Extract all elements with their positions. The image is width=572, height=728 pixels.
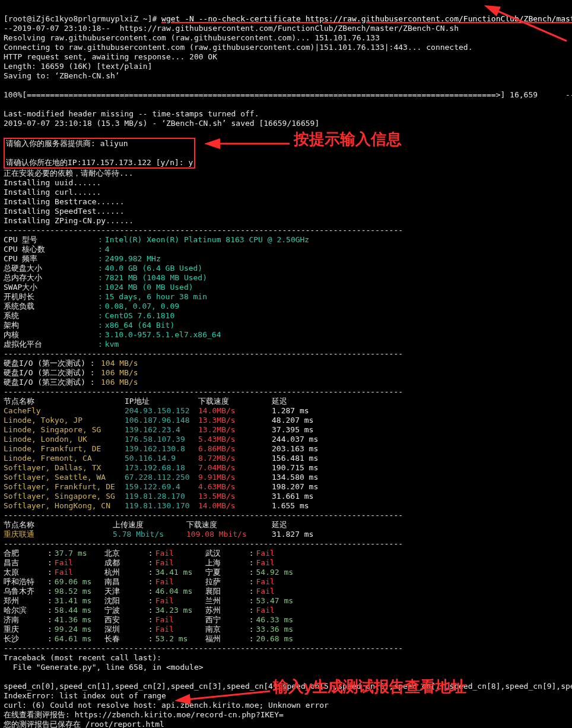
cn-speed-table: 节点名称上传速度下载速度延迟重庆联通5.78 Mbit/s109.08 Mbit… (4, 520, 568, 539)
ping-val: Fail (55, 568, 104, 577)
ping-val: Fail (256, 549, 306, 558)
sys-key: 开机时长 (4, 292, 98, 302)
sys-val: Intel(R) Xeon(R) Platinum 8163 CPU @ 2.5… (105, 235, 312, 245)
sys-val: 0.08, 0.07, 0.09 (105, 302, 312, 311)
io-key: 硬盘I/O (第一次测试) : (4, 359, 101, 368)
node-dl: 5.43MB/s (198, 435, 272, 444)
table-row: Softlayer, Frankfurt, DE159.122.69.44.63… (4, 482, 320, 492)
sys-val: CentOS 7.6.1810 (105, 311, 312, 321)
wget-l3: Connecting to raw.githubusercontent.com … (4, 43, 473, 52)
node-lat: 37.395 ms (272, 425, 320, 435)
node-name: Softlayer, HongKong, CN (4, 501, 125, 511)
node-ip: 139.162.23.4 (125, 425, 198, 435)
table-row: Linode, Singapore, SG139.162.23.413.2MB/… (4, 425, 320, 435)
io-table: 硬盘I/O (第一次测试) :104 MB/s硬盘I/O (第二次测试) :10… (4, 359, 568, 387)
node-dl: 7.04MB/s (198, 463, 272, 473)
sys-key: 虚拟化平台 (4, 340, 98, 349)
svg-line-2 (187, 691, 270, 699)
table-row: 呼和浩特:69.06 ms南昌:Fail拉萨:Fail (4, 577, 306, 587)
node-lat: 190.715 ms (272, 463, 320, 473)
sys-colon: : (98, 292, 105, 302)
ping-city: 沈阳 (104, 596, 148, 606)
sys-key: 系统负载 (4, 302, 98, 311)
sys-colon: : (98, 273, 105, 283)
wget-l7: Last-modified header missing -- time-sta… (4, 109, 259, 118)
i1: Installing uuid...... (4, 178, 101, 187)
table-row: 郑州:31.41 ms沈阳:Fail兰州:53.47 ms (4, 596, 306, 606)
sys-val: kvm (105, 340, 312, 349)
provider-a[interactable]: aliyun (100, 139, 128, 148)
arrow-top (492, 8, 570, 46)
table-row: Linode, Fremont, CA50.116.14.98.72MB/s15… (4, 454, 320, 463)
sys-key: SWAP大小 (4, 283, 98, 292)
node-name: Softlayer, Singapore, SG (4, 492, 125, 501)
node-dl: 13.5MB/s (198, 492, 272, 501)
input-box: 请输入你的服务器提供商: aliyun 请确认你所在地的IP:117.157.1… (4, 138, 195, 169)
node-name: Softlayer, Frankfurt, DE (4, 482, 125, 492)
ip-q: 请确认你所在地的IP:117.157.173.122 [y/n]: (6, 158, 189, 167)
wget-progress: 100%[===================================… (4, 90, 572, 99)
sys-colon: : (98, 302, 105, 311)
table-row: CPU 型号:Intel(R) Xeon(R) Platinum 8163 CP… (4, 235, 312, 245)
table-row: Softlayer, HongKong, CN119.81.130.17014.… (4, 501, 320, 511)
sys-val: 1024 MB (0 MB Used) (105, 283, 312, 292)
io-key: 硬盘I/O (第二次测试) : (4, 368, 101, 378)
ip-a[interactable]: y (189, 158, 193, 167)
arrow-2 (184, 686, 273, 707)
sys-val: 2499.982 MHz (105, 254, 312, 264)
wget-l5: Length: 16659 (16K) [text/plain] (4, 62, 152, 71)
ping-city: 呼和浩特 (4, 577, 47, 587)
table-row: Softlayer, Singapore, SG119.81.28.17013.… (4, 492, 320, 501)
speed-table: 节点名称IP地址下载速度延迟CacheFly204.93.150.15214.0… (4, 397, 568, 511)
node-dl: 8.72MB/s (198, 454, 272, 463)
node-name: CacheFly (4, 406, 125, 416)
node-dl: 6.86MB/s (198, 444, 272, 454)
ping-val: Fail (155, 577, 205, 587)
node-ip: 139.162.130.8 (125, 444, 198, 454)
terminal[interactable]: [root@iZj6c1kyo8prlgrmuyplxiZ ~]# wget -… (0, 0, 572, 728)
node-ip: 67.228.112.250 (125, 473, 198, 482)
ping-val: Fail (256, 606, 306, 615)
ping-val: Fail (155, 558, 205, 568)
sys-colon: : (98, 330, 105, 340)
table-row: SWAP大小:1024 MB (0 MB Used) (4, 283, 312, 292)
table-row: 重庆:99.24 ms深圳:Fail南京:33.36 ms (4, 625, 306, 634)
table-row: CacheFly204.93.150.15214.0MB/s1.287 ms (4, 406, 320, 416)
wget-l4: HTTP request sent, awaiting response... … (4, 52, 217, 61)
ping-val: 64.61 ms (55, 634, 104, 644)
sys-colon: : (98, 283, 105, 292)
tb5: curl: (6) Could not resolve host: api.zb… (4, 701, 329, 710)
wget-l8: 2019-07-07 23:10:18 (15.3 MB/s) - ‘ZBenc… (4, 119, 319, 128)
sys-key: CPU 频率 (4, 254, 98, 264)
svg-line-1 (495, 10, 567, 41)
ping-val: 37.7 ms (55, 549, 104, 558)
sys-val: 3.10.0-957.5.1.el7.x86_64 (105, 330, 312, 340)
i4: Installing SpeedTest...... (4, 207, 125, 216)
sys-key: 架构 (4, 321, 98, 330)
i3: Installing Besttrace...... (4, 197, 125, 206)
ping-city: 福州 (205, 634, 249, 644)
node-name: Linode, Singapore, SG (4, 425, 125, 435)
sysinfo-table: CPU 型号:Intel(R) Xeon(R) Platinum 8163 CP… (4, 235, 568, 349)
io-val: 106 MB/s (101, 378, 141, 387)
ping-city: 长春 (104, 634, 148, 644)
ping-city: 北京 (104, 549, 148, 558)
ping-val: Fail (256, 577, 306, 587)
sys-colon: : (98, 321, 105, 330)
node-dl: 13.3MB/s (198, 416, 272, 425)
ping-city: 襄阳 (205, 587, 249, 596)
ping-val: 99.24 ms (55, 625, 104, 634)
table-row: 开机时长:15 days, 6 hour 38 min (4, 292, 312, 302)
sys-colon: : (98, 311, 105, 321)
ping-val: Fail (155, 615, 205, 625)
ping-city: 南京 (205, 625, 249, 634)
node-ip: 204.93.150.152 (125, 406, 198, 416)
ping-city: 济南 (4, 615, 47, 625)
wget-l1: --2019-07-07 23:10:18-- https://raw.gith… (4, 24, 459, 33)
ping-city: 天津 (104, 587, 148, 596)
ping-city: 长沙 (4, 634, 47, 644)
table-row: 合肥:37.7 ms北京:Fail武汉:Fail (4, 549, 306, 558)
ping-city: 上海 (205, 558, 249, 568)
hr: ----------------------------------------… (4, 226, 403, 235)
i5: Installing ZPing-CN.py...... (4, 216, 134, 225)
